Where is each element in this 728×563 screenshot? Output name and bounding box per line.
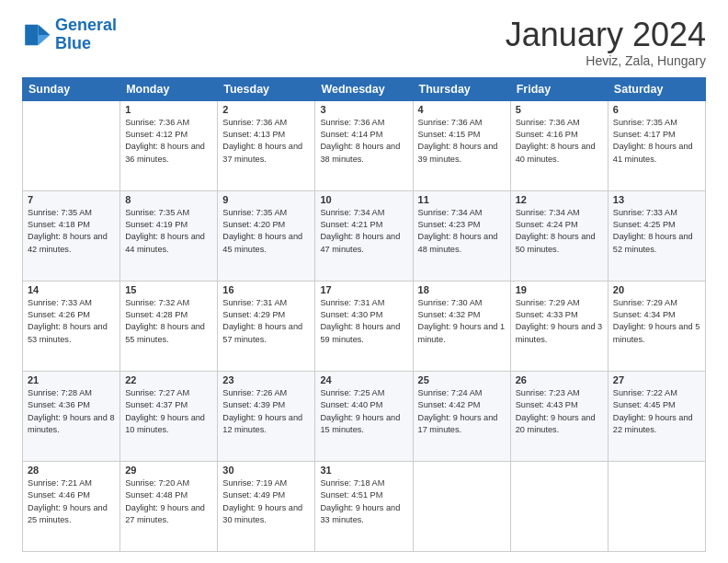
- cell-info: Sunrise: 7:31 AMSunset: 4:30 PMDaylight:…: [320, 297, 407, 346]
- calendar-cell: 27Sunrise: 7:22 AMSunset: 4:45 PMDayligh…: [608, 371, 705, 461]
- calendar-cell: [608, 461, 705, 551]
- calendar-cell: 2Sunrise: 7:36 AMSunset: 4:13 PMDaylight…: [218, 100, 315, 190]
- col-tuesday: Tuesday: [218, 77, 315, 100]
- day-number: 27: [613, 374, 700, 385]
- cell-info: Sunrise: 7:35 AMSunset: 4:19 PMDaylight:…: [125, 207, 212, 256]
- cell-info: Sunrise: 7:36 AMSunset: 4:12 PMDaylight:…: [125, 117, 212, 166]
- cell-info: Sunrise: 7:35 AMSunset: 4:20 PMDaylight:…: [222, 207, 310, 256]
- cell-info: Sunrise: 7:35 AMSunset: 4:18 PMDaylight:…: [28, 207, 115, 256]
- header: General Blue January 2024 Heviz, Zala, H…: [22, 17, 706, 68]
- cell-info: Sunrise: 7:34 AMSunset: 4:21 PMDaylight:…: [320, 207, 407, 256]
- cell-info: Sunrise: 7:27 AMSunset: 4:37 PMDaylight:…: [125, 387, 212, 436]
- logo-line2: Blue: [55, 34, 91, 52]
- calendar-cell: 23Sunrise: 7:26 AMSunset: 4:39 PMDayligh…: [218, 371, 315, 461]
- cell-info: Sunrise: 7:20 AMSunset: 4:48 PMDaylight:…: [125, 477, 212, 526]
- day-number: 29: [125, 465, 212, 476]
- day-number: 16: [222, 284, 310, 295]
- calendar-cell: 3Sunrise: 7:36 AMSunset: 4:14 PMDaylight…: [315, 100, 413, 190]
- calendar-cell: 4Sunrise: 7:36 AMSunset: 4:15 PMDaylight…: [413, 100, 510, 190]
- calendar-cell: 6Sunrise: 7:35 AMSunset: 4:17 PMDaylight…: [608, 100, 705, 190]
- calendar-cell: 18Sunrise: 7:30 AMSunset: 4:32 PMDayligh…: [413, 281, 510, 371]
- calendar-cell: 1Sunrise: 7:36 AMSunset: 4:12 PMDaylight…: [120, 100, 218, 190]
- day-number: 20: [613, 284, 700, 295]
- day-number: 2: [222, 104, 310, 115]
- calendar-cell: 19Sunrise: 7:29 AMSunset: 4:33 PMDayligh…: [510, 281, 608, 371]
- day-number: 8: [125, 194, 212, 205]
- calendar-cell: 28Sunrise: 7:21 AMSunset: 4:46 PMDayligh…: [23, 461, 120, 551]
- logo: General Blue: [22, 17, 117, 53]
- day-number: 3: [320, 104, 407, 115]
- calendar-cell: 5Sunrise: 7:36 AMSunset: 4:16 PMDaylight…: [510, 100, 608, 190]
- calendar-cell: 21Sunrise: 7:28 AMSunset: 4:36 PMDayligh…: [23, 371, 120, 461]
- col-monday: Monday: [120, 77, 218, 100]
- day-number: 14: [28, 284, 115, 295]
- cell-info: Sunrise: 7:32 AMSunset: 4:28 PMDaylight:…: [125, 297, 212, 346]
- day-number: 7: [28, 194, 115, 205]
- calendar-cell: 26Sunrise: 7:23 AMSunset: 4:43 PMDayligh…: [510, 371, 608, 461]
- logo-icon: [22, 20, 51, 50]
- cell-info: Sunrise: 7:33 AMSunset: 4:25 PMDaylight:…: [613, 207, 700, 256]
- logo-text: General Blue: [55, 17, 117, 53]
- day-number: 15: [125, 284, 212, 295]
- calendar-week-2: 7Sunrise: 7:35 AMSunset: 4:18 PMDaylight…: [23, 190, 706, 281]
- day-number: 26: [516, 374, 603, 385]
- day-number: 1: [125, 104, 212, 115]
- col-wednesday: Wednesday: [315, 77, 413, 100]
- calendar-cell: 11Sunrise: 7:34 AMSunset: 4:23 PMDayligh…: [413, 190, 510, 281]
- cell-info: Sunrise: 7:22 AMSunset: 4:45 PMDaylight:…: [613, 387, 700, 436]
- calendar-cell: 29Sunrise: 7:20 AMSunset: 4:48 PMDayligh…: [120, 461, 218, 551]
- day-number: 11: [418, 194, 506, 205]
- calendar-cell: 10Sunrise: 7:34 AMSunset: 4:21 PMDayligh…: [315, 190, 413, 281]
- calendar-cell: 24Sunrise: 7:25 AMSunset: 4:40 PMDayligh…: [315, 371, 413, 461]
- cell-info: Sunrise: 7:18 AMSunset: 4:51 PMDaylight:…: [320, 477, 407, 526]
- calendar-cell: [510, 461, 608, 551]
- day-number: 18: [418, 284, 506, 295]
- calendar-week-4: 21Sunrise: 7:28 AMSunset: 4:36 PMDayligh…: [23, 371, 706, 461]
- calendar-cell: 7Sunrise: 7:35 AMSunset: 4:18 PMDaylight…: [23, 190, 120, 281]
- day-number: 30: [222, 465, 310, 476]
- calendar-cell: [413, 461, 510, 551]
- cell-info: Sunrise: 7:29 AMSunset: 4:33 PMDaylight:…: [516, 297, 603, 346]
- calendar-cell: 12Sunrise: 7:34 AMSunset: 4:24 PMDayligh…: [510, 190, 608, 281]
- col-saturday: Saturday: [608, 77, 705, 100]
- svg-marker-1: [39, 35, 51, 45]
- cell-info: Sunrise: 7:36 AMSunset: 4:16 PMDaylight:…: [516, 117, 603, 166]
- calendar-cell: 17Sunrise: 7:31 AMSunset: 4:30 PMDayligh…: [315, 281, 413, 371]
- cell-info: Sunrise: 7:23 AMSunset: 4:43 PMDaylight:…: [516, 387, 603, 436]
- day-number: 31: [320, 465, 407, 476]
- svg-marker-0: [39, 25, 51, 35]
- calendar-cell: 13Sunrise: 7:33 AMSunset: 4:25 PMDayligh…: [608, 190, 705, 281]
- calendar-cell: 16Sunrise: 7:31 AMSunset: 4:29 PMDayligh…: [218, 281, 315, 371]
- calendar-cell: 14Sunrise: 7:33 AMSunset: 4:26 PMDayligh…: [23, 281, 120, 371]
- calendar-cell: 15Sunrise: 7:32 AMSunset: 4:28 PMDayligh…: [120, 281, 218, 371]
- cell-info: Sunrise: 7:21 AMSunset: 4:46 PMDaylight:…: [28, 477, 115, 526]
- cell-info: Sunrise: 7:24 AMSunset: 4:42 PMDaylight:…: [418, 387, 506, 436]
- cell-info: Sunrise: 7:19 AMSunset: 4:49 PMDaylight:…: [222, 477, 310, 526]
- calendar-week-3: 14Sunrise: 7:33 AMSunset: 4:26 PMDayligh…: [23, 281, 706, 371]
- cell-info: Sunrise: 7:31 AMSunset: 4:29 PMDaylight:…: [222, 297, 310, 346]
- cell-info: Sunrise: 7:35 AMSunset: 4:17 PMDaylight:…: [613, 117, 700, 166]
- calendar-cell: 9Sunrise: 7:35 AMSunset: 4:20 PMDaylight…: [218, 190, 315, 281]
- calendar-cell: [23, 100, 120, 190]
- cell-info: Sunrise: 7:29 AMSunset: 4:34 PMDaylight:…: [613, 297, 700, 346]
- day-number: 10: [320, 194, 407, 205]
- calendar-cell: 30Sunrise: 7:19 AMSunset: 4:49 PMDayligh…: [218, 461, 315, 551]
- day-number: 6: [613, 104, 700, 115]
- location-subtitle: Heviz, Zala, Hungary: [506, 53, 706, 68]
- day-number: 13: [613, 194, 700, 205]
- cell-info: Sunrise: 7:34 AMSunset: 4:24 PMDaylight:…: [516, 207, 603, 256]
- calendar-week-5: 28Sunrise: 7:21 AMSunset: 4:46 PMDayligh…: [23, 461, 706, 551]
- cell-info: Sunrise: 7:30 AMSunset: 4:32 PMDaylight:…: [418, 297, 506, 346]
- cell-info: Sunrise: 7:26 AMSunset: 4:39 PMDaylight:…: [222, 387, 310, 436]
- calendar-table: Sunday Monday Tuesday Wednesday Thursday…: [22, 77, 706, 552]
- cell-info: Sunrise: 7:36 AMSunset: 4:15 PMDaylight:…: [418, 117, 506, 166]
- day-number: 5: [516, 104, 603, 115]
- day-number: 25: [418, 374, 506, 385]
- day-number: 4: [418, 104, 506, 115]
- calendar-cell: 20Sunrise: 7:29 AMSunset: 4:34 PMDayligh…: [608, 281, 705, 371]
- cell-info: Sunrise: 7:36 AMSunset: 4:13 PMDaylight:…: [222, 117, 310, 166]
- col-thursday: Thursday: [413, 77, 510, 100]
- col-friday: Friday: [510, 77, 608, 100]
- cell-info: Sunrise: 7:34 AMSunset: 4:23 PMDaylight:…: [418, 207, 506, 256]
- header-row: Sunday Monday Tuesday Wednesday Thursday…: [23, 77, 706, 100]
